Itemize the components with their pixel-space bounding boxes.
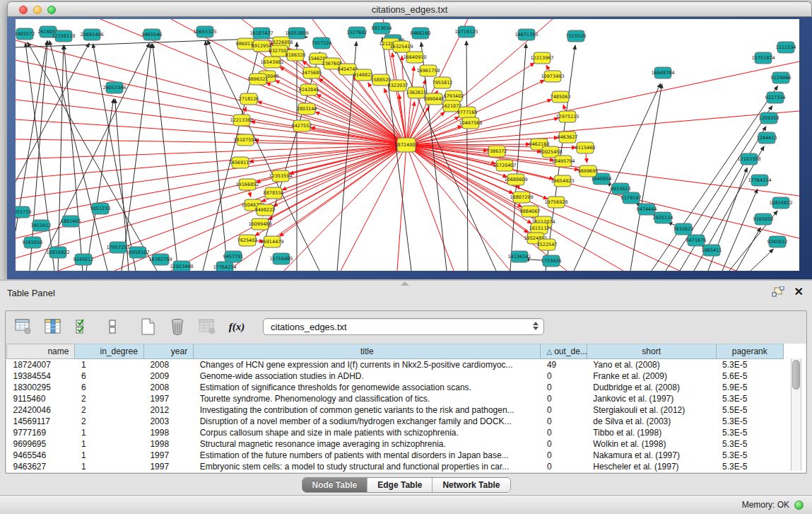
table-cell[interactable]: Disruption of a novel member of a sodium… — [194, 416, 541, 427]
table-cell[interactable]: 5.3E-5 — [716, 461, 783, 472]
table-row[interactable]: 969969511998Structural magnetic resonanc… — [7, 438, 784, 450]
graph-node[interactable]: 2522547 — [537, 239, 558, 250]
graph-node[interactable]: 8427552 — [292, 120, 312, 132]
table-cell[interactable]: 5.3E-5 — [716, 438, 783, 450]
tab-node-table[interactable]: Node Table — [302, 478, 367, 492]
table-row[interactable]: 1872400712008Changes of HCN gene express… — [7, 359, 784, 370]
graph-node[interactable]: 16107427 — [249, 28, 273, 39]
graph-node[interactable]: 10719125 — [454, 26, 478, 37]
table-cell[interactable]: 2003 — [143, 416, 193, 427]
table-cell[interactable]: 1 — [75, 359, 143, 370]
column-header-short[interactable]: short — [587, 344, 716, 359]
table-cell[interactable]: 5.5E-5 — [716, 404, 783, 416]
graph-node[interactable]: 2935114 — [653, 212, 673, 223]
graph-node[interactable]: 16325419 — [389, 41, 413, 52]
column-header-year[interactable]: year — [143, 344, 193, 359]
table-cell[interactable]: 9465546 — [7, 450, 75, 461]
graph-node[interactable]: 16958107 — [126, 247, 149, 258]
table-cell[interactable]: Hescheler et al. (1997) — [587, 461, 716, 472]
table-row[interactable]: 2242004622012Investigating the contribut… — [7, 404, 784, 416]
graph-node[interactable]: 8878334 — [264, 187, 284, 199]
graph-node[interactable]: 9699695 — [578, 165, 599, 177]
delete-column-icon[interactable] — [168, 317, 187, 336]
table-cell[interactable]: 0 — [541, 370, 587, 382]
graph-node[interactable]: 7557224 — [312, 37, 332, 49]
table-cell[interactable]: 0 — [541, 393, 587, 404]
table-cell[interactable]: 18300295 — [7, 382, 75, 393]
table-cell[interactable]: 0 — [541, 416, 587, 427]
graph-node[interactable]: 9245012 — [767, 236, 788, 247]
vertical-scrollbar[interactable] — [791, 358, 801, 471]
graph-node[interactable]: 7485063 — [551, 91, 571, 103]
function-builder-icon[interactable]: f(x) — [228, 317, 246, 336]
graph-node[interactable]: 16543982 — [260, 57, 283, 68]
graph-node[interactable]: 5051233 — [90, 203, 111, 214]
close-panel-icon[interactable]: ✕ — [794, 286, 804, 298]
table-cell[interactable]: 6 — [75, 382, 143, 393]
graph-node[interactable]: 8186328 — [286, 49, 306, 61]
table-cell[interactable]: 1 — [75, 450, 143, 461]
graph-node[interactable]: 17764214 — [213, 262, 236, 271]
table-cell[interactable]: 0 — [541, 438, 587, 450]
table-cell[interactable]: 2008 — [143, 382, 193, 393]
graph-node[interactable]: 15751874 — [751, 52, 775, 64]
table-cell[interactable]: Dudbridge et al. (2008) — [587, 382, 716, 393]
table-cell[interactable]: Tibbo et al. (1998) — [587, 427, 716, 438]
table-cell[interactable]: 0 — [541, 404, 587, 416]
graph-node[interactable]: 9896321 — [248, 74, 269, 85]
table-row[interactable]: 1456911722003Disruption of a novel membe… — [7, 416, 784, 427]
graph-node[interactable]: 1112334 — [776, 42, 796, 53]
graph-node[interactable]: 17764214 — [748, 175, 771, 186]
table-cell[interactable]: Yano et al. (2008) — [587, 359, 716, 370]
table-cell[interactable]: 9699695 — [7, 438, 75, 450]
graph-node[interactable]: 16640910 — [403, 52, 426, 63]
graph-node[interactable]: 19166852 — [235, 179, 259, 190]
graph-node[interactable]: 14569117 — [228, 157, 252, 168]
graph-node[interactable]: 18107554 — [233, 134, 257, 146]
column-header-out_de[interactable]: △out_de... — [541, 344, 587, 359]
graph-node[interactable]: 19654923 — [551, 175, 574, 187]
graph-node[interactable]: 12353594 — [269, 170, 292, 182]
graph-node[interactable]: 8466160 — [411, 28, 431, 39]
graph-node[interactable]: 18724007 — [394, 138, 418, 152]
graph-node[interactable]: 16099489 — [248, 218, 271, 230]
graph-node[interactable]: 9474444 — [637, 204, 657, 215]
scrollbar-thumb[interactable] — [792, 360, 800, 390]
graph-node[interactable]: 1891405 — [61, 216, 81, 227]
graph-node[interactable]: 19756928 — [544, 197, 567, 208]
table-cell[interactable]: 2 — [75, 416, 143, 427]
table-row[interactable]: 1938455462009Genome-wide association stu… — [7, 370, 784, 382]
table-row[interactable]: 946362711997Embryonic stem cells: a mode… — [7, 461, 784, 472]
table-cell[interactable]: 1998 — [143, 438, 193, 450]
graph-node[interactable]: 7515526 — [566, 30, 587, 42]
citation-graph[interactable]: 2405572261605012156118206914069465546106… — [16, 19, 799, 271]
graph-node[interactable]: 7625402 — [237, 235, 258, 246]
table-cell[interactable]: 9777169 — [7, 427, 75, 438]
graph-node[interactable]: 10497568 — [459, 117, 482, 129]
table-cell[interactable]: Nakamura et al. (1997) — [587, 450, 716, 461]
column-header-name[interactable]: name — [7, 344, 75, 359]
graph-node[interactable]: 2803144 — [297, 103, 317, 115]
table-cell[interactable]: Estimation of significance thresholds fo… — [194, 382, 541, 393]
graph-node[interactable]: 3475685 — [302, 67, 322, 78]
graph-node[interactable]: 8322037 — [388, 80, 408, 91]
table-cell[interactable]: 2008 — [143, 359, 193, 370]
table-cell[interactable]: 6 — [75, 370, 143, 382]
create-column-icon[interactable] — [139, 317, 157, 336]
table-cell[interactable]: 5.3E-5 — [716, 427, 783, 438]
table-cell[interactable]: 2 — [75, 393, 143, 404]
graph-node[interactable]: 1733426 — [541, 255, 562, 267]
graph-node[interactable]: 10816822 — [46, 247, 69, 258]
graph-node[interactable]: 9227334 — [765, 92, 786, 103]
tab-network-table[interactable]: Network Table — [433, 478, 510, 492]
table-selector-dropdown[interactable]: citations_edges.txt — [263, 318, 544, 335]
graph-node[interactable]: 16961758 — [416, 65, 440, 76]
table-row[interactable]: 1830029562008Estimation of significance … — [7, 382, 784, 393]
graph-node[interactable]: 12156118 — [52, 30, 75, 42]
graph-node[interactable]: 14671355 — [514, 29, 538, 40]
graph-node[interactable]: 2405572 — [16, 28, 35, 40]
table-cell[interactable]: 1997 — [143, 393, 193, 404]
graph-node[interactable]: 9115460 — [575, 142, 596, 153]
graph-node[interactable]: 9465546 — [142, 29, 163, 40]
table-cell[interactable]: Tourette syndrome. Phenomenology and cla… — [194, 393, 541, 404]
